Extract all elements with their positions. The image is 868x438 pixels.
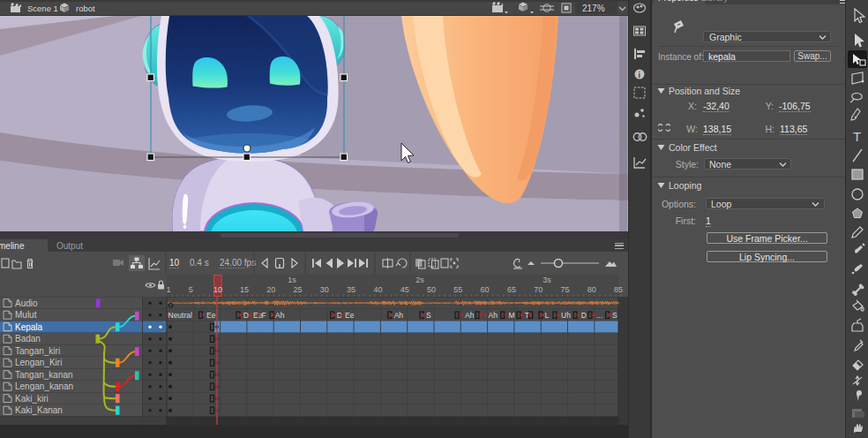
svg-text:24.00 fps: 24.00 fps [220, 258, 256, 268]
svg-text:55: 55 [453, 285, 462, 294]
svg-text:Ee: Ee [206, 311, 216, 320]
svg-text:M: M [509, 311, 515, 320]
svg-text:5: 5 [189, 285, 193, 294]
svg-text:Ah: Ah [465, 311, 475, 320]
svg-text:40: 40 [373, 285, 382, 294]
svg-text:3s: 3s [542, 276, 551, 284]
svg-text:Audio: Audio [15, 298, 38, 308]
svg-text:Mulut: Mulut [15, 310, 37, 320]
svg-text:F: F [262, 311, 266, 320]
svg-text:Ah: Ah [394, 311, 404, 320]
svg-text:D: D [243, 311, 249, 320]
svg-text:70: 70 [534, 285, 542, 294]
svg-text:Lengan_kanan: Lengan_kanan [15, 381, 73, 391]
svg-text:robot: robot [76, 4, 95, 13]
svg-text:Tangan_kanan: Tangan_kanan [15, 370, 73, 380]
svg-text:65: 65 [507, 285, 516, 294]
svg-text:2s: 2s [415, 276, 424, 284]
svg-text:10: 10 [213, 285, 222, 294]
svg-text:45: 45 [400, 285, 409, 294]
svg-text:20: 20 [266, 285, 275, 294]
svg-text:15: 15 [240, 285, 249, 294]
svg-text:Ee: Ee [345, 311, 355, 320]
svg-text:50: 50 [427, 285, 436, 294]
svg-text:T: T [853, 129, 861, 144]
svg-text:L: L [545, 311, 550, 320]
svg-text:217%: 217% [582, 4, 605, 13]
svg-text:10: 10 [169, 258, 180, 268]
svg-text:80: 80 [587, 285, 596, 294]
svg-text:Neutral: Neutral [168, 311, 193, 320]
svg-text:Ah: Ah [489, 311, 498, 320]
svg-text:75: 75 [560, 285, 569, 294]
svg-text:35: 35 [347, 285, 355, 294]
svg-text:Scene 1: Scene 1 [27, 4, 58, 13]
svg-text:Lengan_Kiri: Lengan_Kiri [15, 358, 62, 367]
svg-text:1: 1 [166, 285, 170, 294]
svg-text:Tangan_kiri: Tangan_kiri [15, 346, 60, 356]
svg-text:S: S [612, 311, 617, 320]
svg-text:25: 25 [293, 285, 302, 294]
svg-text:i: i [638, 71, 640, 79]
svg-text:Kepala: Kepala [15, 322, 43, 332]
svg-text:Uh: Uh [561, 311, 571, 320]
svg-text:30: 30 [320, 285, 329, 294]
svg-text:0.4 s: 0.4 s [190, 258, 209, 268]
svg-text:Kaki_kiri: Kaki_kiri [15, 394, 49, 404]
svg-text:85: 85 [614, 285, 623, 294]
svg-text:T: T [525, 311, 529, 320]
svg-text:D: D [581, 311, 587, 320]
svg-text:...: ... [596, 311, 602, 320]
svg-text:60: 60 [481, 285, 490, 294]
svg-text:S: S [426, 311, 431, 320]
svg-text:Ah: Ah [275, 311, 285, 320]
svg-text:Kaki_Kanan: Kaki_Kanan [15, 405, 63, 415]
svg-text:Badan: Badan [15, 334, 41, 344]
svg-text:1s: 1s [288, 276, 296, 284]
